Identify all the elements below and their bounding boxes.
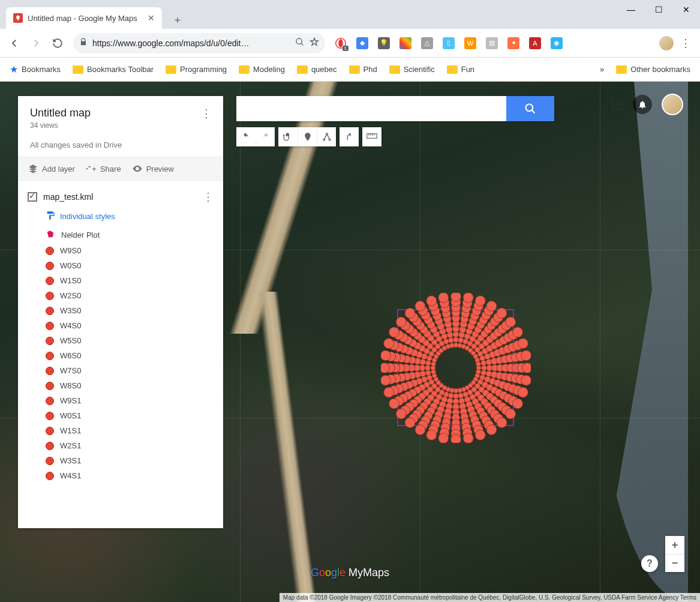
extension-drive-icon[interactable]: △ bbox=[421, 37, 433, 49]
svg-point-1060 bbox=[518, 339, 528, 349]
new-tab-button[interactable]: + bbox=[169, 12, 186, 29]
feature-item[interactable]: W2S1 bbox=[18, 438, 223, 453]
add-marker-button[interactable] bbox=[298, 127, 317, 146]
extension-blue-icon[interactable]: ◆ bbox=[356, 37, 368, 49]
layer-style-link[interactable]: Individual styles bbox=[18, 206, 223, 227]
apps-grid-icon[interactable] bbox=[610, 98, 623, 111]
preview-button[interactable]: Preview bbox=[132, 163, 174, 174]
map-top-right bbox=[610, 94, 683, 115]
feature-item[interactable]: W3S0 bbox=[18, 303, 223, 318]
nelder-plot-overlay[interactable] bbox=[381, 293, 531, 443]
zoom-out-button[interactable]: − bbox=[665, 554, 684, 572]
search-button[interactable] bbox=[506, 96, 554, 121]
extension-pdf-icon[interactable]: A bbox=[529, 37, 541, 49]
close-tab-icon[interactable]: ✕ bbox=[148, 13, 155, 23]
notifications-icon[interactable] bbox=[633, 95, 652, 114]
redo-button[interactable] bbox=[256, 127, 275, 146]
minimize-button[interactable]: — bbox=[617, 0, 645, 19]
bookmark-folder[interactable]: Bookmarks Toolbar bbox=[73, 65, 154, 74]
zoom-in-button[interactable]: + bbox=[665, 536, 684, 554]
map-title[interactable]: Untitled map bbox=[30, 107, 91, 119]
bookmark-folder[interactable]: Modeling bbox=[239, 65, 285, 74]
feature-item[interactable]: W0S1 bbox=[18, 408, 223, 423]
feature-item[interactable]: W1S0 bbox=[18, 273, 223, 288]
point-icon bbox=[46, 397, 54, 405]
feature-item[interactable]: W1S1 bbox=[18, 423, 223, 438]
layer-menu-icon[interactable]: ⋮ bbox=[203, 190, 214, 203]
svg-point-746 bbox=[458, 393, 464, 399]
extension-doc-icon[interactable]: ▯ bbox=[443, 37, 455, 49]
profile-avatar[interactable] bbox=[659, 36, 674, 50]
extension-opera-icon[interactable]: 1 bbox=[335, 37, 347, 49]
feature-item[interactable]: W4S1 bbox=[18, 468, 223, 483]
zoom-page-icon[interactable] bbox=[295, 37, 305, 49]
extension-gray-icon[interactable]: 💡 bbox=[378, 37, 390, 49]
feature-item[interactable]: W2S0 bbox=[18, 288, 223, 303]
url-text: https://www.google.com/maps/d/u/0/edit… bbox=[92, 38, 290, 48]
extension-book-icon[interactable]: ▥ bbox=[486, 37, 498, 49]
bookmark-folder[interactable]: Scientific bbox=[389, 65, 435, 74]
share-button[interactable]: + Share bbox=[86, 163, 121, 174]
svg-point-12 bbox=[612, 103, 614, 106]
feature-item[interactable]: W3S1 bbox=[18, 453, 223, 468]
search-input[interactable] bbox=[236, 96, 506, 121]
action-label: Preview bbox=[146, 164, 174, 173]
extension-google-icon[interactable] bbox=[399, 37, 411, 49]
feature-item[interactable]: W4S0 bbox=[18, 318, 223, 333]
layer-checkbox[interactable] bbox=[28, 192, 37, 202]
point-icon bbox=[46, 442, 54, 450]
chrome-menu-icon[interactable]: ⋮ bbox=[676, 34, 695, 53]
bookmark-folder[interactable]: Programming bbox=[166, 65, 227, 74]
help-button[interactable]: ? bbox=[641, 555, 658, 572]
browser-tab[interactable]: Untitled map - Google My Maps ✕ bbox=[6, 7, 162, 29]
svg-point-1039 bbox=[405, 418, 415, 428]
star-icon: ★ bbox=[10, 64, 18, 75]
feature-item[interactable]: W8S0 bbox=[18, 378, 223, 393]
bookmark-label: Programming bbox=[180, 65, 227, 74]
pan-hand-button[interactable] bbox=[278, 127, 298, 146]
address-bar[interactable]: https://www.google.com/maps/d/u/0/edit… bbox=[73, 33, 325, 53]
extension-hand-icon[interactable]: ✦ bbox=[507, 37, 519, 49]
side-panel: Untitled map ⋮ 34 views All changes save… bbox=[18, 96, 223, 528]
add-layer-button[interactable]: Add layer bbox=[28, 163, 75, 174]
bookmark-folder[interactable]: Fun bbox=[447, 65, 474, 74]
feature-label: W7S0 bbox=[60, 366, 81, 375]
forward-button[interactable] bbox=[26, 34, 46, 53]
other-bookmarks[interactable]: Other bookmarks bbox=[616, 65, 690, 74]
tab-favicon-icon bbox=[13, 13, 23, 23]
feature-item[interactable]: W9S1 bbox=[18, 393, 223, 408]
svg-point-1036 bbox=[438, 433, 449, 443]
reload-button[interactable] bbox=[48, 34, 67, 53]
feature-label: W5S0 bbox=[60, 336, 81, 345]
map-attribution[interactable]: Map data ©2018 Google Imagery ©2018 Comm… bbox=[280, 593, 700, 602]
feature-nelder[interactable]: Nelder Plot bbox=[18, 227, 223, 243]
svg-point-1027 bbox=[521, 375, 531, 385]
feature-item[interactable]: W9S0 bbox=[18, 243, 223, 258]
measure-button[interactable] bbox=[362, 127, 381, 146]
extension-cam-icon[interactable]: ◉ bbox=[551, 37, 563, 49]
user-avatar[interactable] bbox=[662, 94, 683, 115]
svg-point-756 bbox=[425, 366, 431, 371]
svg-point-1029 bbox=[513, 399, 523, 409]
layer-header[interactable]: map_test.kml ⋮ bbox=[18, 188, 223, 206]
draw-line-button[interactable] bbox=[317, 127, 336, 146]
feature-item[interactable]: W7S0 bbox=[18, 363, 223, 378]
feature-item[interactable]: W6S0 bbox=[18, 348, 223, 363]
maximize-button[interactable]: ☐ bbox=[645, 0, 672, 19]
panel-menu-icon[interactable]: ⋮ bbox=[201, 107, 211, 120]
close-window-button[interactable]: ✕ bbox=[672, 0, 700, 19]
svg-point-1056 bbox=[486, 301, 497, 311]
extension-w-icon[interactable]: W bbox=[464, 37, 476, 49]
bookmark-folder[interactable]: quebec bbox=[297, 65, 337, 74]
undo-button[interactable] bbox=[236, 127, 256, 146]
bookmark-overflow[interactable]: » bbox=[600, 65, 604, 74]
feature-item[interactable]: W5S0 bbox=[18, 333, 223, 348]
bookmark-star-icon[interactable] bbox=[310, 37, 319, 49]
bookmark-folder[interactable]: Phd bbox=[349, 65, 377, 74]
back-button[interactable] bbox=[5, 34, 24, 53]
directions-button[interactable] bbox=[340, 127, 359, 146]
feature-item[interactable]: W0S0 bbox=[18, 258, 223, 273]
feature-label: W3S0 bbox=[60, 306, 81, 315]
bookmark-item[interactable]: ★ Bookmarks bbox=[10, 64, 61, 75]
bookmark-label: Fun bbox=[461, 65, 474, 74]
